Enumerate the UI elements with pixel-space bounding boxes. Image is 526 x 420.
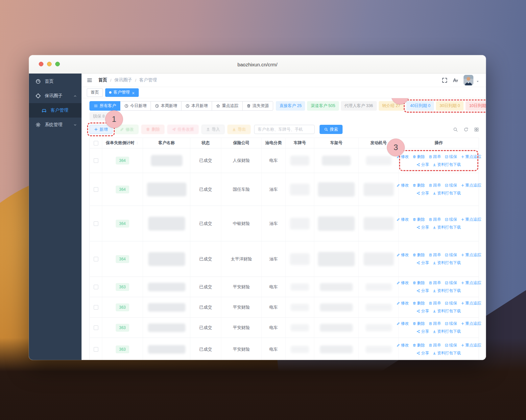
filter-chip-0[interactable]: 直接客户 25 bbox=[276, 101, 305, 111]
row-checkbox[interactable] bbox=[94, 285, 98, 289]
row-checkbox[interactable] bbox=[94, 187, 98, 192]
action-plus[interactable]: 重点追踪 bbox=[461, 217, 481, 222]
action-share[interactable]: 分享 bbox=[417, 350, 429, 356]
refresh-utility-icon[interactable] bbox=[464, 127, 468, 132]
sidebar-item-0[interactable]: 首页 bbox=[29, 74, 82, 89]
action-share[interactable]: 分享 bbox=[417, 190, 429, 196]
action-doc[interactable]: 跟单 bbox=[429, 280, 441, 286]
action-share[interactable]: 分享 bbox=[417, 329, 429, 334]
action-doc[interactable]: 跟单 bbox=[429, 321, 441, 326]
action-download[interactable]: 资料打包下载 bbox=[433, 329, 461, 334]
sort-caret-icon[interactable] bbox=[135, 141, 139, 145]
action-pencil[interactable]: 修改 bbox=[396, 280, 409, 286]
action-trash[interactable]: 删除 bbox=[413, 280, 425, 286]
action-renew[interactable]: 续保 bbox=[445, 252, 457, 258]
tab-home[interactable]: 首页 bbox=[87, 88, 103, 97]
select-all-checkbox[interactable] bbox=[94, 141, 98, 145]
annotation-box-3 bbox=[399, 150, 478, 171]
action-pencil[interactable]: 修改 bbox=[396, 300, 409, 306]
filter-button-3[interactable]: 本月新增 bbox=[181, 101, 212, 111]
sidebar-item-2[interactable]: 客户管理 bbox=[29, 103, 82, 118]
action-download[interactable]: 资料打包下载 bbox=[433, 260, 461, 266]
action-trash[interactable]: 删除 bbox=[413, 321, 425, 326]
action-doc[interactable]: 跟单 bbox=[429, 154, 441, 160]
action-renew[interactable]: 续保 bbox=[445, 154, 457, 160]
row-checkbox[interactable] bbox=[94, 257, 98, 261]
fullscreen-icon[interactable] bbox=[442, 77, 447, 83]
tab-customer-management[interactable]: 客户管理 bbox=[105, 88, 139, 97]
action-renew[interactable]: 续保 bbox=[445, 280, 457, 286]
action-plus[interactable]: 重点追踪 bbox=[461, 321, 481, 326]
action-renew[interactable]: 续保 bbox=[445, 217, 457, 222]
action-share[interactable]: 分享 bbox=[417, 162, 429, 167]
search-button[interactable]: 搜索 bbox=[320, 125, 343, 134]
action-doc[interactable]: 跟单 bbox=[429, 217, 441, 222]
action-download[interactable]: 资料打包下载 bbox=[433, 308, 461, 314]
grid-utility-icon[interactable] bbox=[474, 127, 479, 132]
action-plus[interactable]: 重点追踪 bbox=[461, 183, 481, 188]
action-doc[interactable]: 跟单 bbox=[429, 300, 441, 306]
filter-button-4[interactable]: 重点追踪 bbox=[212, 101, 243, 111]
avatar-caret-down-icon[interactable] bbox=[476, 78, 479, 82]
action-trash[interactable]: 删除 bbox=[413, 300, 425, 306]
row-checkbox[interactable] bbox=[94, 347, 98, 352]
row-checkbox[interactable] bbox=[94, 305, 98, 310]
action-share[interactable]: 分享 bbox=[417, 225, 429, 230]
action-plus[interactable]: 重点追踪 bbox=[461, 300, 481, 306]
search-input[interactable] bbox=[254, 125, 315, 134]
action-download[interactable]: 资料打包下载 bbox=[433, 350, 461, 356]
search-utility-icon[interactable] bbox=[453, 127, 458, 132]
action-trash[interactable]: 删除 bbox=[413, 343, 425, 348]
action-pencil[interactable]: 修改 bbox=[396, 217, 409, 222]
action-pencil[interactable]: 修改 bbox=[396, 343, 409, 348]
sidebar-item-3[interactable]: 系统管理 bbox=[29, 118, 82, 132]
action-label: 续保 bbox=[449, 321, 457, 326]
font-size-icon[interactable] bbox=[453, 77, 458, 83]
action-pencil[interactable]: 修改 bbox=[396, 252, 409, 258]
table-row: 364已成交国任车险油车修改删除跟单续保重点追踪分享资料打包下载 bbox=[90, 173, 479, 206]
action-trash[interactable]: 删除 bbox=[413, 183, 425, 188]
plus-icon bbox=[94, 127, 98, 131]
action-pencil[interactable]: 修改 bbox=[396, 321, 409, 326]
action-download[interactable]: 资料打包下载 bbox=[433, 162, 461, 167]
action-download[interactable]: 资料打包下载 bbox=[433, 288, 461, 294]
action-pencil[interactable]: 修改 bbox=[396, 183, 409, 188]
filter-chip-5[interactable]: 30日到期 0 bbox=[436, 101, 464, 111]
action-trash[interactable]: 删除 bbox=[413, 252, 425, 258]
action-renew[interactable]: 续保 bbox=[445, 343, 457, 348]
action-doc[interactable]: 跟单 bbox=[429, 252, 441, 258]
filter-button-0[interactable]: 所有客户 bbox=[89, 101, 120, 111]
filter-button-1[interactable]: 今日新增 bbox=[120, 101, 151, 111]
action-doc[interactable]: 跟单 bbox=[429, 183, 441, 188]
action-share[interactable]: 分享 bbox=[417, 288, 429, 294]
avatar[interactable] bbox=[464, 75, 473, 85]
row-checkbox[interactable] bbox=[94, 325, 98, 330]
filter-chip-2[interactable]: 代理人客户 336 bbox=[341, 101, 377, 111]
sidebar-collapse-icon[interactable] bbox=[87, 77, 92, 83]
action-download[interactable]: 资料打包下载 bbox=[433, 190, 461, 196]
action-renew[interactable]: 续保 bbox=[445, 300, 457, 306]
action-renew[interactable]: 续保 bbox=[445, 321, 457, 326]
action-plus[interactable]: 重点追踪 bbox=[461, 252, 481, 258]
filter-chip-1[interactable]: 渠道客户 505 bbox=[307, 101, 339, 111]
row-checkbox[interactable] bbox=[94, 158, 98, 163]
action-plus[interactable]: 重点追踪 bbox=[461, 280, 481, 286]
action-trash[interactable]: 删除 bbox=[413, 154, 425, 160]
filter-button-5[interactable]: 流失资源 bbox=[242, 101, 273, 111]
row-checkbox[interactable] bbox=[94, 221, 98, 226]
sidebar-item-1[interactable]: 保讯圈子 bbox=[29, 89, 82, 103]
action-trash[interactable]: 删除 bbox=[413, 217, 425, 222]
filter-chip-4[interactable]: 40日到期 0 bbox=[406, 101, 434, 111]
action-plus[interactable]: 重点追踪 bbox=[461, 343, 481, 348]
action-share[interactable]: 分享 bbox=[417, 308, 429, 314]
action-label: 跟单 bbox=[433, 321, 441, 326]
action-plus[interactable]: 重点追踪 bbox=[461, 154, 481, 160]
action-download[interactable]: 资料打包下载 bbox=[433, 225, 461, 230]
action-doc[interactable]: 跟单 bbox=[429, 343, 441, 348]
tab-close-icon[interactable] bbox=[132, 91, 135, 94]
action-renew[interactable]: 续保 bbox=[445, 183, 457, 188]
action-share[interactable]: 分享 bbox=[417, 260, 429, 266]
breadcrumb-home[interactable]: 首页 bbox=[98, 77, 107, 83]
filter-chip-6[interactable]: 10日到期 0 bbox=[466, 101, 486, 111]
filter-button-2[interactable]: 本周新增 bbox=[151, 101, 181, 111]
